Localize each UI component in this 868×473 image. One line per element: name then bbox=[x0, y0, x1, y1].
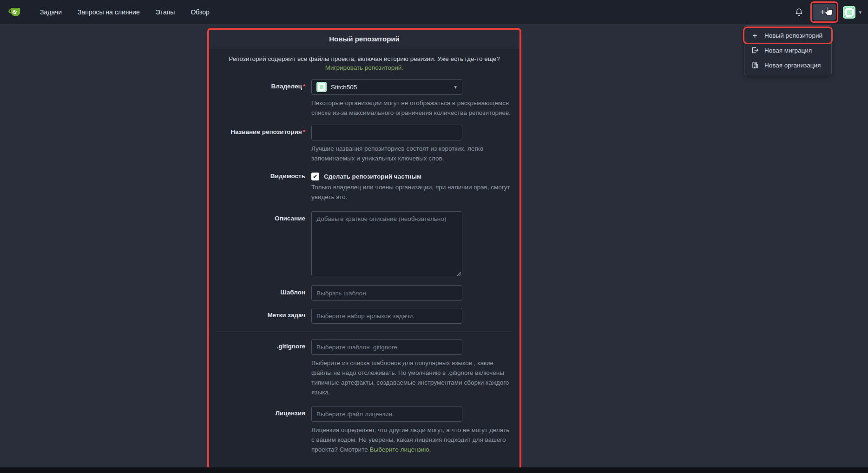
form-body: Репозиторий содержит все файлы проекта, … bbox=[209, 48, 519, 454]
plus-icon: + bbox=[751, 32, 759, 40]
menu-item-new-repository[interactable]: + Новый репозиторий bbox=[744, 28, 831, 43]
repo-name-help-text: Лучшие названия репозиториев состоят из … bbox=[311, 144, 513, 163]
issue-labels-label-text: Метки задач bbox=[267, 312, 305, 319]
nav-item-explore[interactable]: Обзор bbox=[183, 0, 217, 24]
menu-item-new-organization[interactable]: Новая организация bbox=[744, 58, 831, 73]
license-input[interactable] bbox=[311, 406, 462, 422]
license-label-text: Лицензия bbox=[275, 410, 305, 417]
issue-labels-input[interactable] bbox=[311, 308, 462, 324]
owner-row: Владелец* Stitch505 ▾ Некоторые организа… bbox=[216, 79, 513, 118]
gitignore-label-text: .gitignore bbox=[277, 343, 306, 350]
gitignore-input[interactable] bbox=[311, 339, 462, 355]
nav-item-milestones[interactable]: Этапы bbox=[148, 0, 183, 24]
create-new-button[interactable]: + ▾ bbox=[813, 4, 836, 20]
user-menu-chevron-down-icon[interactable]: ▾ bbox=[859, 9, 861, 15]
chevron-down-icon: ▾ bbox=[454, 84, 457, 90]
notifications-bell-icon[interactable] bbox=[790, 3, 808, 21]
owner-selected-value: Stitch505 bbox=[331, 84, 357, 91]
gitignore-label: .gitignore bbox=[216, 339, 311, 397]
menu-item-label: Новая организация bbox=[764, 62, 821, 69]
private-repo-checkbox[interactable]: ✔ bbox=[311, 173, 319, 180]
form-title: Новый репозиторий bbox=[209, 30, 519, 48]
visibility-help-text: Только владелец или члены организации, п… bbox=[311, 182, 513, 202]
issue-labels-row: Метки задач bbox=[216, 308, 513, 324]
form-intro: Репозиторий содержит все файлы проекта, … bbox=[227, 54, 502, 72]
menu-item-label: Новый репозиторий bbox=[764, 32, 822, 39]
license-label: Лицензия bbox=[216, 406, 311, 454]
new-repository-form: Новый репозиторий Репозиторий содержит в… bbox=[207, 28, 521, 470]
private-repo-checkbox-label[interactable]: Сделать репозиторий частным bbox=[324, 173, 421, 180]
plus-icon: + bbox=[820, 7, 825, 17]
template-label-text: Шаблон bbox=[280, 289, 305, 296]
navbar-right-cluster: + ▾ ▾ bbox=[790, 0, 861, 24]
template-row: Шаблон bbox=[216, 285, 513, 301]
form-title-text: Новый репозиторий bbox=[329, 35, 400, 43]
organization-icon bbox=[751, 61, 759, 69]
repo-name-label-text: Название репозитория bbox=[230, 128, 302, 135]
issue-labels-label: Метки задач bbox=[216, 308, 311, 324]
repo-name-input[interactable] bbox=[311, 125, 462, 140]
menu-item-label: Новая миграция bbox=[764, 47, 812, 54]
template-input[interactable] bbox=[311, 285, 462, 301]
owner-label-text: Владелец bbox=[271, 83, 302, 90]
choose-license-link[interactable]: Выберите лицензию. bbox=[369, 446, 431, 453]
gitignore-row: .gitignore Выберите из списка шаблонов д… bbox=[216, 339, 513, 397]
description-label-text: Описание bbox=[275, 215, 305, 222]
nav-item-issues[interactable]: Задачи bbox=[32, 0, 70, 24]
gitignore-help-text: Выберите из списка шаблонов для популярн… bbox=[311, 358, 513, 397]
visibility-label: Видимость bbox=[216, 170, 311, 202]
gitea-logo-icon[interactable] bbox=[8, 5, 22, 19]
nav-item-pull-requests[interactable]: Запросы на слияние bbox=[70, 0, 148, 24]
description-label: Описание bbox=[216, 211, 311, 278]
user-avatar[interactable] bbox=[843, 6, 855, 19]
chevron-down-icon: ▾ bbox=[827, 10, 829, 15]
visibility-row: Видимость ✔ Сделать репозиторий частным … bbox=[216, 170, 513, 202]
create-new-annotation-box: + ▾ bbox=[810, 1, 838, 23]
menu-item-new-migration[interactable]: Новая миграция bbox=[744, 43, 831, 58]
owner-label: Владелец* bbox=[216, 79, 311, 118]
required-asterisk: * bbox=[303, 128, 305, 135]
owner-select[interactable]: Stitch505 ▾ bbox=[311, 79, 462, 95]
owner-avatar bbox=[316, 82, 327, 92]
create-dropdown-menu: + Новый репозиторий Новая миграция Новая… bbox=[744, 25, 832, 75]
description-textarea[interactable] bbox=[311, 211, 462, 276]
section-divider bbox=[216, 332, 513, 332]
owner-help-text: Некоторые организации могут не отображат… bbox=[311, 98, 513, 118]
license-row: Лицензия Лицензия определяет, что другие… bbox=[216, 406, 513, 454]
license-help-text: Лицензия определяет, что другие люди мог… bbox=[311, 425, 513, 454]
page-bottom-strip bbox=[0, 467, 868, 473]
migrate-icon bbox=[751, 47, 759, 54]
top-navbar: Задачи Запросы на слияние Этапы Обзор + … bbox=[0, 0, 868, 24]
migrate-repository-link[interactable]: Мигрировать репозиторий. bbox=[325, 64, 403, 71]
description-row: Описание bbox=[216, 211, 513, 278]
repo-name-label: Название репозитория* bbox=[216, 125, 311, 163]
required-asterisk: * bbox=[303, 83, 305, 90]
visibility-label-text: Видимость bbox=[270, 173, 305, 180]
nav-links: Задачи Запросы на слияние Этапы Обзор bbox=[32, 0, 217, 24]
repo-name-row: Название репозитория* Лучшие названия ре… bbox=[216, 125, 513, 163]
intro-text: Репозиторий содержит все файлы проекта, … bbox=[229, 55, 500, 62]
template-label: Шаблон bbox=[216, 285, 311, 301]
